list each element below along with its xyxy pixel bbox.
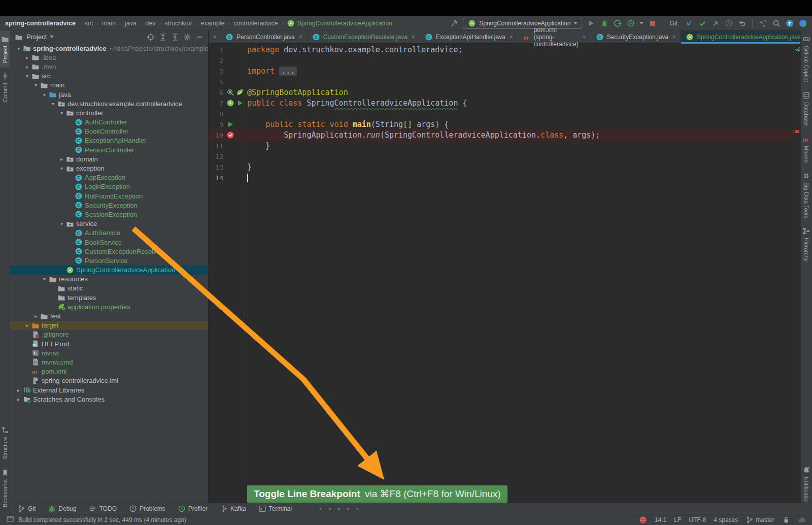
tree-item[interactable]: ▸Scratches and Consoles [10,395,208,404]
stop-button-icon[interactable] [648,19,657,27]
tree-chevron[interactable]: ▸ [57,156,66,162]
tree-chevron[interactable]: ▸ [14,397,23,402]
status-widget-14-1[interactable]: 14:1 [655,516,666,523]
code-line[interactable]: 11 } [209,141,793,151]
tree-item[interactable]: ▸.mvn [10,62,208,71]
line-number[interactable]: 10 [209,130,223,141]
tree-item[interactable]: CBookService [10,238,208,247]
breadcrumb-item[interactable]: dev [145,20,155,27]
code-line[interactable]: 2 [209,55,793,66]
close-tab-icon[interactable]: × [412,34,415,41]
breadcrumb-item[interactable]: SpringControlleradviceApplication [287,19,392,27]
tool-strip-item-database[interactable]: Database [801,87,812,130]
tree-item[interactable]: mpom.xml [10,367,208,376]
breakpoint-icon[interactable] [226,131,234,139]
tree-item[interactable]: ▾src [10,72,208,81]
code-line[interactable]: 13} [209,162,793,173]
tool-window-button-kafka[interactable]: Kafka [220,505,246,513]
hide-button-icon[interactable] [195,32,204,42]
tree-item[interactable]: CLoginException [10,182,208,191]
code-line[interactable]: 3import ... [209,66,793,77]
code-line[interactable]: 5 [209,77,793,87]
tree-chevron[interactable]: ▸ [23,322,31,328]
line-number[interactable]: 1 [209,45,223,55]
breadcrumb-item[interactable]: example [200,20,224,27]
status-widget-4-spaces[interactable]: 4 spaces [714,516,738,523]
tree-item[interactable]: CAuthController [10,118,208,127]
tree-item[interactable]: CCustomExceptionResolver [10,247,208,256]
line-number[interactable]: 5 [209,77,223,87]
tool-window-button-debug[interactable]: Debug [48,505,76,513]
build-project-icon[interactable] [450,19,458,27]
editor-tab[interactable]: CPersonController.java× [221,30,308,43]
tree-item[interactable]: ▾java [10,90,208,99]
editor-tab[interactable]: SpringControlleradviceApplication.java× [681,30,812,43]
tool-window-button-terminal[interactable]: Terminal [258,505,292,513]
tool-strip-item-hierarchy[interactable]: Hierarchy [801,222,812,266]
line-number[interactable]: 8 [209,109,223,119]
line-number[interactable]: 11 [209,141,223,151]
error-stripe-mark[interactable] [795,130,799,133]
spring-boot-gutter-icon[interactable] [226,99,234,107]
ide-update-button-icon[interactable] [785,19,794,27]
tree-chevron[interactable]: ▸ [23,64,31,70]
collapse-all-button-icon[interactable] [171,32,180,42]
locate-button-icon[interactable] [146,32,155,42]
bean-gutter-icon[interactable] [226,88,234,96]
tree-item[interactable]: ▸test [10,311,208,320]
code-line[interactable]: 8 [209,109,793,119]
line-number[interactable]: 3 [209,66,223,77]
breadcrumb-item[interactable]: controlleradvice [233,20,278,27]
run-gutter-icon[interactable] [226,120,234,128]
tree-chevron[interactable]: ▾ [40,276,49,282]
chevron-down[interactable] [639,22,644,24]
status-widget[interactable] [782,516,790,524]
run-gutter-icon[interactable] [236,99,244,107]
code-editor[interactable]: 1package dev.struchkov.example.controlle… [209,44,800,514]
tool-window-button-todo[interactable]: TODO [89,505,117,513]
tree-item[interactable]: ▾exception [10,163,208,173]
code-line[interactable]: 14 [209,173,793,183]
close-tab-icon[interactable]: × [672,34,676,41]
tree-chevron[interactable]: ▸ [14,387,23,393]
tree-chevron[interactable]: ▸ [31,313,40,319]
run-button-icon[interactable] [587,19,595,27]
tree-item[interactable]: mvnw.cmd [10,357,208,367]
breadcrumb-item[interactable]: main [102,20,116,27]
expand-all-button-icon[interactable] [158,32,167,42]
tool-strip-item-maven[interactable]: mMaven [801,130,812,167]
git-rollback-icon[interactable] [737,19,746,27]
ai-ball-button-icon[interactable] [798,19,807,27]
close-tab-icon[interactable]: × [583,34,586,41]
line-number[interactable]: 9 [209,119,223,130]
tree-chevron[interactable]: ▾ [57,221,66,226]
tree-item[interactable]: CAppException [10,173,208,182]
tool-window-button-problems[interactable]: Problems [129,505,165,513]
code-line[interactable]: 12 [209,151,793,162]
line-number[interactable]: 12 [209,151,223,162]
breadcrumb-item[interactable]: src [85,20,93,27]
git-commit-check-icon[interactable] [698,19,706,27]
tree-item[interactable]: ▾resources [10,275,208,284]
code-line[interactable]: 9 public static void main(String[] args)… [209,119,793,130]
tree-item[interactable]: CSecurityException [10,201,208,210]
tree-item[interactable]: ▸.idea [10,53,208,62]
tool-strip-item-big-data-tools[interactable]: DBig Data Tools [801,167,812,223]
profiler-clock-button-icon[interactable] [626,19,635,27]
editor-tab[interactable]: CExceptionApiHandler.java× [420,30,518,43]
status-widget[interactable] [639,516,647,524]
code-line[interactable]: 10 SpringApplication.run(SpringControlle… [209,130,793,141]
tree-chevron[interactable]: ▾ [40,92,49,97]
line-number[interactable]: 14 [209,173,223,183]
line-number[interactable]: 13 [209,162,223,173]
scrolled-tab-close-icon[interactable]: × [209,30,221,43]
close-tab-icon[interactable]: × [510,34,513,41]
tree-item[interactable]: CNotFoundException [10,191,208,201]
tool-window-button-profiler[interactable]: Profiler [178,505,208,513]
debug-bug-button-icon[interactable] [600,19,608,27]
tree-item[interactable]: CAuthService [10,228,208,238]
git-history-clock-icon[interactable] [724,19,733,27]
tree-item[interactable]: ▸External Libraries [10,385,208,395]
tree-item[interactable]: CExceptionApiHandler [10,136,208,145]
tree-item[interactable]: ▸domain [10,154,208,163]
